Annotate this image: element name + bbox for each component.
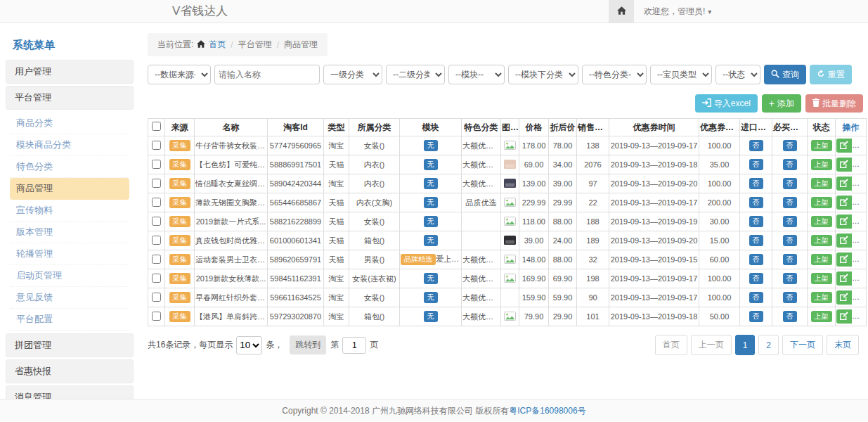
per-page-select[interactable]: 10 — [236, 336, 262, 354]
edit-button[interactable] — [836, 252, 852, 267]
status-toggle[interactable]: 上架 — [811, 254, 832, 266]
status-toggle[interactable]: 上架 — [811, 140, 832, 152]
page-number-input[interactable] — [342, 337, 366, 354]
select-all-checkbox[interactable] — [152, 122, 161, 131]
sidebar-item[interactable]: 轮播管理 — [10, 243, 129, 265]
sidebar-group-2[interactable]: 拼团管理 — [6, 333, 134, 357]
import-pick-toggle[interactable]: 否 — [749, 311, 763, 323]
user-menu[interactable]: 欢迎您，管理员! ▾ — [634, 6, 721, 18]
row-checkbox[interactable] — [152, 179, 161, 188]
must-buy-toggle[interactable]: 否 — [783, 235, 797, 247]
row-checkbox[interactable] — [152, 293, 161, 302]
row-checkbox[interactable] — [152, 198, 161, 207]
must-buy-toggle[interactable]: 否 — [783, 254, 797, 266]
sidebar-item[interactable]: 特色分类 — [10, 156, 129, 178]
sidebar-item[interactable]: 启动页管理 — [10, 265, 129, 287]
sidebar-item[interactable]: 平台配置 — [10, 309, 129, 331]
status-toggle[interactable]: 上架 — [811, 311, 832, 323]
breadcrumb-home-link[interactable]: 首页 — [209, 39, 226, 51]
level1-category-filter[interactable]: 一级分类 — [323, 65, 382, 84]
sidebar-item[interactable]: 模块商品分类 — [10, 134, 129, 156]
must-buy-toggle[interactable]: 否 — [783, 273, 797, 285]
sidebar-item[interactable]: 意见反馈 — [10, 287, 129, 309]
module-badge[interactable]: 无 — [424, 159, 438, 171]
status-toggle[interactable]: 上架 — [811, 273, 832, 285]
row-checkbox[interactable] — [152, 217, 161, 226]
edit-button[interactable] — [836, 290, 852, 305]
module-badge[interactable]: 无 — [424, 311, 438, 323]
edit-button[interactable] — [836, 215, 852, 229]
status-toggle[interactable]: 上架 — [811, 178, 832, 190]
page-button[interactable]: 末页 — [827, 335, 859, 355]
data-source-filter[interactable]: --数据来源-- — [148, 65, 211, 84]
import-pick-toggle[interactable]: 否 — [749, 159, 763, 171]
query-button[interactable]: 查询 — [764, 65, 806, 84]
module-badge[interactable]: 品牌精选 — [401, 254, 436, 266]
batch-delete-button[interactable]: 批量删除 — [805, 94, 863, 113]
status-toggle[interactable]: 上架 — [811, 292, 832, 304]
must-buy-toggle[interactable]: 否 — [783, 159, 797, 171]
import-pick-toggle[interactable]: 否 — [749, 235, 763, 247]
must-buy-toggle[interactable]: 否 — [783, 178, 797, 190]
row-checkbox[interactable] — [152, 312, 161, 321]
edit-button[interactable] — [836, 139, 852, 153]
name-search-input[interactable] — [214, 65, 320, 84]
module-subcategory-filter[interactable]: --模块下分类-- — [508, 65, 578, 84]
import-pick-toggle[interactable]: 否 — [749, 178, 763, 190]
import-pick-toggle[interactable]: 否 — [749, 216, 763, 228]
edit-button[interactable] — [836, 177, 852, 191]
sidebar-item[interactable]: 版本管理 — [10, 222, 129, 243]
module-badge[interactable]: 无 — [424, 178, 438, 190]
feature-category-filter[interactable]: --特色分类-- — [582, 65, 647, 84]
import-pick-toggle[interactable]: 否 — [749, 292, 763, 304]
import-pick-toggle[interactable]: 否 — [749, 140, 763, 152]
sidebar-group-0[interactable]: 用户管理 — [6, 60, 134, 84]
must-buy-toggle[interactable]: 否 — [783, 197, 797, 209]
sidebar-group-4[interactable]: 消息管理 — [6, 385, 134, 399]
must-buy-toggle[interactable]: 否 — [783, 140, 797, 152]
module-badge[interactable]: 无 — [424, 273, 438, 285]
reset-button[interactable]: 重置 — [810, 65, 852, 84]
edit-button[interactable] — [836, 158, 852, 172]
import-pick-toggle[interactable]: 否 — [749, 254, 763, 266]
module-filter[interactable]: --模块-- — [448, 65, 505, 84]
module-badge[interactable]: 无 — [424, 235, 438, 247]
edit-button[interactable] — [836, 196, 852, 210]
page-button[interactable]: 2 — [758, 335, 779, 355]
edit-button[interactable] — [836, 309, 852, 324]
home-button[interactable] — [609, 0, 634, 23]
sidebar-item[interactable]: 商品管理 — [10, 178, 129, 200]
sidebar-group-3[interactable]: 省惠快报 — [6, 359, 134, 383]
sidebar-item[interactable]: 宣传物料 — [10, 200, 129, 222]
status-filter[interactable]: --状态-- — [715, 65, 760, 84]
row-checkbox[interactable] — [152, 160, 161, 169]
edit-button[interactable] — [836, 271, 852, 286]
page-button[interactable]: 上一页 — [691, 335, 732, 355]
level2-category-filter[interactable]: --二级分类-- — [386, 65, 445, 84]
page-button[interactable]: 下一页 — [782, 335, 823, 355]
import-pick-toggle[interactable]: 否 — [749, 197, 763, 209]
row-checkbox[interactable] — [152, 274, 161, 283]
add-button[interactable]: + 添加 — [762, 94, 801, 113]
status-toggle[interactable]: 上架 — [811, 197, 832, 209]
jump-to-button[interactable]: 跳转到 — [290, 335, 326, 354]
icp-link[interactable]: 粤ICP备16098006号 — [509, 405, 585, 417]
row-checkbox[interactable] — [152, 255, 161, 264]
module-badge[interactable]: 无 — [424, 216, 438, 228]
row-checkbox[interactable] — [152, 141, 161, 150]
page-button[interactable]: 1 — [735, 335, 756, 355]
status-toggle[interactable]: 上架 — [811, 235, 832, 247]
edit-button[interactable] — [836, 234, 852, 248]
must-buy-toggle[interactable]: 否 — [783, 216, 797, 228]
module-badge[interactable]: 无 — [424, 197, 438, 209]
status-toggle[interactable]: 上架 — [811, 216, 832, 228]
module-badge[interactable]: 无 — [424, 140, 438, 152]
must-buy-toggle[interactable]: 否 — [783, 292, 797, 304]
must-buy-toggle[interactable]: 否 — [783, 311, 797, 323]
status-toggle[interactable]: 上架 — [811, 159, 832, 171]
import-excel-button[interactable]: 导入excel — [695, 94, 758, 113]
sidebar-group-1[interactable]: 平台管理 — [6, 86, 134, 110]
row-checkbox[interactable] — [152, 236, 161, 245]
module-badge[interactable]: 无 — [424, 292, 438, 304]
page-button[interactable]: 首页 — [655, 335, 687, 355]
